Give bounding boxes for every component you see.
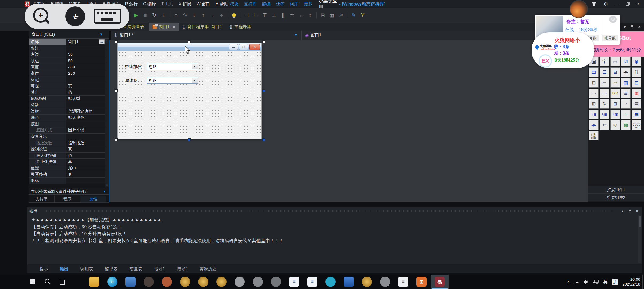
- center-v-icon[interactable]: ↕: [306, 11, 315, 19]
- home-icon[interactable]: ⌂: [171, 11, 181, 19]
- breakpoint-icon[interactable]: ●: [217, 11, 226, 19]
- output-tab-搜寻2[interactable]: 搜寻2: [171, 266, 194, 272]
- form-minimize-button[interactable]: —: [229, 44, 238, 50]
- grid-icon[interactable]: ▦: [327, 11, 336, 19]
- taskbar-app-gold-app-4[interactable]: [358, 275, 376, 289]
- property-value[interactable]: 图片平铺: [66, 127, 105, 133]
- property-row-控制按钮[interactable]: 控制按钮真: [29, 146, 105, 153]
- toolbox-slider[interactable]: ⊢: [600, 78, 609, 88]
- scrollbar-thumb[interactable]: [639, 216, 641, 227]
- pencil-icon[interactable]: ✎: [349, 11, 358, 19]
- menu-item-8[interactable]: X.扩展: [176, 1, 194, 7]
- property-row-左边[interactable]: 左边50: [29, 51, 105, 58]
- plugin-menu-item-0[interactable]: 模块: [227, 1, 241, 7]
- toolbox-image-list[interactable]: ▤: [589, 67, 599, 77]
- chevron-down-icon[interactable]: ▼: [623, 25, 626, 29]
- property-row-可否移动[interactable]: 可否移动真: [29, 171, 105, 178]
- resize-handle-top-center[interactable]: [188, 40, 191, 43]
- taskbar-app-teal-app[interactable]: [321, 275, 340, 289]
- start-button[interactable]: [26, 275, 40, 289]
- taskbar-clock[interactable]: 16:06 2025/2/18: [622, 277, 640, 287]
- resize-handle-middle-left[interactable]: [115, 89, 118, 92]
- toolbox-browser[interactable]: ⊡: [632, 78, 641, 88]
- property-value[interactable]: 循环播放: [66, 140, 105, 146]
- resize-handle-bottom-left[interactable]: [115, 138, 118, 141]
- property-value[interactable]: [66, 102, 105, 108]
- theme-button[interactable]: [590, 0, 598, 8]
- tray-expand-icon[interactable]: ∧: [567, 279, 570, 285]
- tab-close-icon[interactable]: ×: [173, 25, 175, 29]
- property-row-标题[interactable]: 标题: [29, 102, 105, 108]
- plugin-menu-item-2[interactable]: 静编: [259, 1, 273, 7]
- taskbar-app-app-avatar-1[interactable]: [140, 275, 158, 289]
- form-combobox-1[interactable]: 忽略▼: [147, 77, 198, 84]
- close-button[interactable]: ×: [634, 0, 642, 8]
- property-value[interactable]: 真: [66, 159, 105, 165]
- resize-handle-top-left[interactable]: [115, 40, 118, 43]
- show-desktop-button[interactable]: [642, 275, 644, 289]
- property-value[interactable]: 默认型: [66, 96, 105, 102]
- space-h-icon[interactable]: ∥: [278, 11, 288, 19]
- resize-icon[interactable]: ↗: [336, 11, 346, 19]
- taskbar-app-list-app[interactable]: ≡: [394, 275, 412, 289]
- ime-pinyin-indicator[interactable]: 拼: [612, 279, 618, 285]
- pin-icon[interactable]: [631, 25, 634, 29]
- toolbox-hscroll-bar[interactable]: ◂▸: [621, 67, 631, 77]
- window-dropdown-icon[interactable]: ▼: [294, 33, 298, 37]
- taskbar-app-gray-avatar-2[interactable]: [249, 275, 267, 289]
- output-tab-监视表[interactable]: 监视表: [99, 266, 124, 272]
- toolbox-color-picker[interactable]: ▩: [632, 89, 641, 98]
- property-target-selector[interactable]: 窗口1 (窗口) ▼: [29, 31, 109, 39]
- taskbar-app-security-shield[interactable]: [121, 275, 140, 289]
- align-left-icon[interactable]: ⊣: [242, 11, 251, 19]
- annotation-tool-button[interactable]: «: [65, 6, 85, 26]
- menu-item-9[interactable]: W.窗口: [194, 1, 213, 7]
- minimize-button[interactable]: —: [613, 0, 621, 8]
- toolbox-label[interactable]: 字: [600, 57, 609, 66]
- panel-tab-属性[interactable]: 属性: [80, 196, 106, 202]
- toolbox-client-component[interactable]: ↳▣: [600, 110, 609, 119]
- property-row-图标[interactable]: 图标: [29, 178, 105, 184]
- property-value[interactable]: 假: [66, 153, 105, 159]
- toolbox-edit-box[interactable]: ▭: [600, 89, 609, 98]
- event-handler-selector[interactable]: 在此处选择加入事件处理子程序 ▼: [29, 188, 109, 195]
- toolbox-animation[interactable]: ▦: [621, 78, 631, 88]
- toolbox-write-document[interactable]: t≡: [600, 120, 609, 130]
- settings-button[interactable]: ⚙: [602, 0, 610, 8]
- property-value[interactable]: [66, 77, 105, 83]
- taskbar-search-button[interactable]: [40, 275, 55, 289]
- menu-item-6[interactable]: C.编译: [140, 1, 159, 7]
- taskbar-app-edge-browser[interactable]: e: [103, 275, 121, 289]
- resize-handle-top-right[interactable]: [262, 40, 265, 43]
- property-value[interactable]: [66, 121, 105, 127]
- property-value[interactable]: 默认底色: [66, 115, 105, 121]
- toolbox-list-box[interactable]: ☰: [600, 67, 609, 77]
- menu-item-5[interactable]: R.运行: [122, 1, 140, 7]
- toolbox-radio-button[interactable]: ◉: [632, 57, 641, 66]
- close-icon[interactable]: ×: [636, 209, 638, 214]
- toolbox-window-box[interactable]: ⊞: [610, 99, 620, 109]
- panel-tab-支持库[interactable]: 支持库: [29, 196, 55, 202]
- toolbox-month-calendar[interactable]: ⊞: [589, 99, 599, 109]
- form-close-button[interactable]: ✕: [249, 44, 260, 50]
- toolbox-updown[interactable]: ⇅: [600, 99, 609, 109]
- volume-icon[interactable]: [584, 280, 589, 284]
- toolbox-dir-box[interactable]: DIR: [610, 89, 620, 98]
- toolbox-picture[interactable]: ▧: [621, 120, 631, 130]
- toolbox-group-box[interactable]: ▱: [610, 78, 620, 88]
- doc-tab-2[interactable]: {}主程序集: [226, 23, 255, 31]
- taskbar-app-elang-ide[interactable]: 易: [431, 275, 449, 289]
- toolbox-data-source[interactable]: ↰▣: [589, 110, 599, 119]
- align-top-icon[interactable]: ⊤: [260, 11, 269, 19]
- property-value[interactable]: 50: [66, 58, 105, 64]
- toolbox-tab-strip[interactable]: ⊟: [589, 78, 599, 88]
- toolbox-printer[interactable]: ▤: [632, 99, 641, 109]
- taskbar-app-app-figure[interactable]: [158, 275, 176, 289]
- keyboard-tool-button[interactable]: [94, 9, 121, 24]
- toolbox-combo-box[interactable]: ⊟: [610, 67, 620, 77]
- taskbar-app-gold-app-2[interactable]: [194, 275, 212, 289]
- taskbar-app-defender-shield[interactable]: [340, 275, 358, 289]
- toolbox-data-grid[interactable]: ▦: [632, 110, 641, 119]
- plugin-menu-item-3[interactable]: 便签: [273, 1, 287, 7]
- scroll-down-icon[interactable]: ▼: [105, 184, 109, 187]
